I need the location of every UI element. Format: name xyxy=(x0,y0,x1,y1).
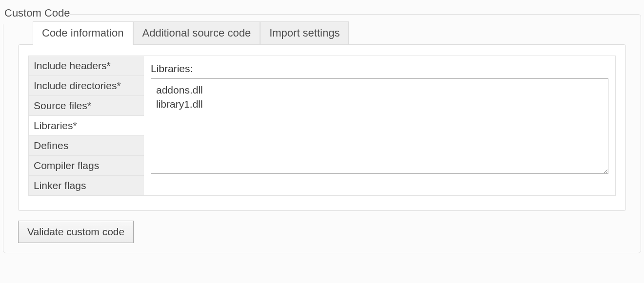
side-tab-include-headers[interactable]: Include headers* xyxy=(28,56,144,76)
side-tab-defines[interactable]: Defines xyxy=(28,136,144,156)
side-tab-libraries[interactable]: Libraries* xyxy=(28,116,144,136)
side-tab-label: Libraries* xyxy=(34,120,77,131)
code-information-content: Include headers* Include directories* So… xyxy=(18,44,626,211)
side-tab-include-directories[interactable]: Include directories* xyxy=(28,76,144,96)
tab-code-information[interactable]: Code information xyxy=(33,21,133,45)
libraries-label: Libraries: xyxy=(151,63,608,75)
side-tab-label: Linker flags xyxy=(34,180,86,191)
side-tab-label: Include directories* xyxy=(34,80,121,91)
side-tab-compiler-flags[interactable]: Compiler flags xyxy=(28,156,144,176)
detail-pane: Libraries: xyxy=(144,56,616,196)
side-tab-source-files[interactable]: Source files* xyxy=(28,96,144,116)
validate-row: Validate custom code xyxy=(18,221,641,243)
tab-label: Code information xyxy=(42,27,124,39)
side-tab-label: Include headers* xyxy=(34,60,111,71)
tab-label: Additional source code xyxy=(142,27,251,39)
custom-code-panel: Custom Code Code information Additional … xyxy=(3,4,641,253)
side-tab-linker-flags[interactable]: Linker flags xyxy=(28,176,144,196)
side-tab-label: Defines xyxy=(34,140,68,151)
side-tab-label: Compiler flags xyxy=(34,160,99,171)
validate-custom-code-button[interactable]: Validate custom code xyxy=(18,221,134,243)
tab-label: Import settings xyxy=(269,27,340,39)
side-tab-list: Include headers* Include directories* So… xyxy=(28,56,144,196)
tab-additional-source-code[interactable]: Additional source code xyxy=(133,21,261,45)
libraries-textarea[interactable] xyxy=(151,78,608,174)
tab-import-settings[interactable]: Import settings xyxy=(260,21,349,45)
top-tab-bar: Code information Additional source code … xyxy=(33,21,641,45)
side-tab-label: Source files* xyxy=(34,100,91,111)
